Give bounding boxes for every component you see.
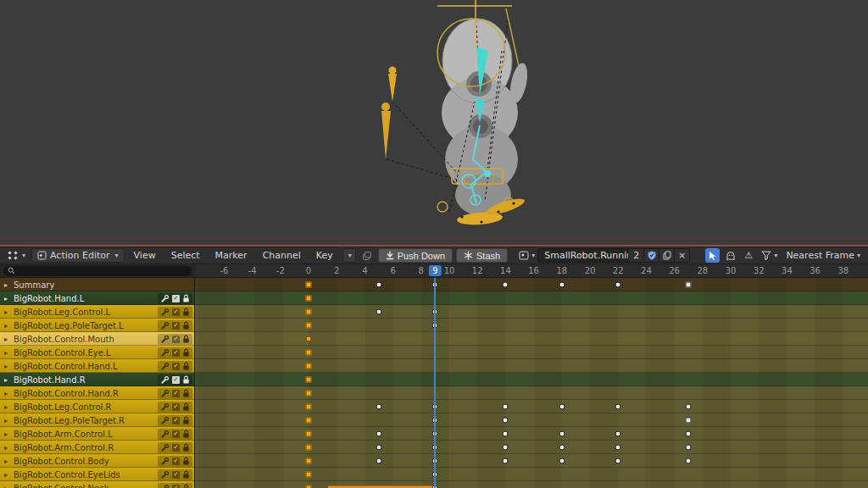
keyframe[interactable] — [559, 282, 565, 288]
unlink-action-button[interactable]: × — [675, 248, 690, 263]
keyframe[interactable] — [376, 445, 382, 451]
keyframe-lane[interactable] — [195, 481, 868, 488]
channel-row[interactable]: ▸BigRobot.Control.Eye.L✓ — [0, 346, 194, 359]
wrench-icon[interactable] — [160, 470, 170, 480]
wrench-icon[interactable] — [160, 416, 170, 425]
keyframe-lane[interactable] — [195, 359, 868, 373]
channel-row[interactable]: ▸BigRobot.Control.Neck✓ — [0, 481, 194, 488]
keyframe-lane[interactable] — [195, 346, 868, 359]
expand-triangle-icon[interactable]: ▸ — [4, 322, 11, 330]
lock-icon[interactable] — [182, 443, 190, 452]
browse-action-button[interactable]: ▾ — [516, 248, 537, 263]
keyframe-lane[interactable] — [195, 305, 868, 319]
checkbox-icon[interactable]: ✓ — [172, 390, 180, 397]
action-name-field[interactable]: SmallRobot.Runnin.. — [537, 248, 629, 263]
keyframe[interactable] — [306, 336, 312, 342]
keyframe[interactable] — [376, 431, 382, 437]
checkbox-icon[interactable]: ✓ — [172, 349, 180, 357]
keyframe-hold-bar[interactable] — [327, 485, 434, 488]
keyframe[interactable] — [376, 458, 382, 464]
duplicate-action-button[interactable] — [659, 248, 675, 263]
keyframe-lane[interactable] — [195, 400, 868, 413]
keyframe[interactable] — [559, 431, 565, 437]
wrench-icon[interactable] — [160, 308, 170, 317]
checkbox-icon[interactable]: ✓ — [172, 444, 180, 452]
menu-marker[interactable]: Marker — [209, 250, 253, 261]
keyframe[interactable] — [503, 431, 509, 437]
keyframe-lane[interactable] — [195, 332, 868, 346]
lock-icon[interactable] — [182, 484, 190, 488]
keyframe-lane[interactable] — [195, 454, 868, 468]
keyframe[interactable] — [306, 377, 312, 383]
channel-row[interactable]: ▸BigRobot.Leg.PoleTarget.L✓ — [0, 319, 194, 332]
checkbox-icon[interactable]: ✓ — [172, 363, 180, 370]
expand-triangle-icon[interactable]: ▸ — [4, 376, 11, 384]
expand-triangle-icon[interactable]: ▸ — [4, 281, 11, 289]
keyframe[interactable] — [306, 404, 312, 410]
wrench-icon[interactable] — [160, 389, 170, 398]
keyframe[interactable] — [686, 431, 692, 437]
keyframe[interactable] — [306, 323, 312, 329]
expand-triangle-icon[interactable]: ▸ — [4, 458, 11, 465]
keyframe-lane[interactable] — [195, 278, 868, 291]
wrench-icon[interactable] — [160, 375, 170, 385]
keyframe[interactable] — [503, 282, 509, 288]
keyframe-lane[interactable] — [195, 291, 868, 305]
channel-row[interactable]: ▸BigRobot.Control.Hand.R✓ — [0, 386, 194, 400]
channel-row[interactable]: ▸Summary — [0, 278, 194, 291]
wrench-icon[interactable] — [160, 321, 170, 330]
expand-triangle-icon[interactable]: ▸ — [4, 403, 11, 411]
wrench-icon[interactable] — [160, 443, 170, 452]
new-action-button[interactable] — [359, 248, 375, 263]
checkbox-icon[interactable]: ✓ — [172, 485, 180, 488]
current-frame-badge[interactable]: 9 — [429, 265, 441, 276]
keyframe[interactable] — [559, 445, 565, 451]
channel-row[interactable]: ▸BigRobot.Control.EyeLids✓ — [0, 468, 194, 481]
keyframe[interactable] — [376, 309, 382, 315]
lock-icon[interactable] — [182, 348, 190, 358]
action-users-button[interactable]: 2 — [629, 248, 644, 263]
checkbox-icon[interactable]: ✓ — [172, 403, 180, 411]
wrench-icon[interactable] — [160, 335, 170, 344]
lock-icon[interactable] — [182, 362, 190, 371]
keyframe-lane[interactable] — [195, 373, 868, 386]
keyframe[interactable] — [503, 418, 509, 424]
lock-icon[interactable] — [182, 375, 190, 385]
keyframe[interactable] — [686, 445, 692, 451]
expand-triangle-icon[interactable]: ▸ — [4, 471, 11, 479]
wrench-icon[interactable] — [160, 362, 170, 371]
lock-icon[interactable] — [182, 294, 190, 303]
show-hidden-toggle[interactable] — [723, 248, 738, 263]
3d-viewport[interactable] — [0, 0, 868, 247]
action-options-dropdown[interactable]: ▾ — [342, 248, 356, 263]
keyframe-lane[interactable] — [195, 413, 868, 427]
checkbox-icon[interactable]: ✓ — [172, 322, 180, 330]
channel-row[interactable]: ▸BigRobot.Arm.Control.L✓ — [0, 427, 194, 441]
expand-triangle-icon[interactable]: ▸ — [4, 417, 11, 424]
keyframe[interactable] — [306, 350, 312, 356]
expand-triangle-icon[interactable]: ▸ — [4, 349, 11, 357]
lock-icon[interactable] — [182, 402, 190, 412]
lock-icon[interactable] — [182, 416, 190, 425]
keyframe[interactable] — [306, 391, 312, 396]
expand-triangle-icon[interactable]: ▸ — [4, 430, 11, 438]
menu-channel[interactable]: Channel — [257, 250, 307, 261]
keyframe[interactable] — [686, 282, 692, 288]
channel-row[interactable]: ▸BigRobot.Hand.L✓ — [0, 291, 194, 305]
wrench-icon[interactable] — [160, 348, 170, 358]
channel-row[interactable]: ▸BigRobot.Hand.R✓ — [0, 373, 194, 386]
channel-row[interactable]: ▸BigRobot.Control.Hand.L✓ — [0, 359, 194, 373]
keyframe[interactable] — [615, 458, 621, 464]
keyframe[interactable] — [503, 404, 509, 410]
keyframe[interactable] — [686, 458, 692, 464]
wrench-icon[interactable] — [160, 402, 170, 412]
keyframe[interactable] — [306, 458, 312, 464]
checkbox-icon[interactable]: ✓ — [172, 336, 180, 343]
checkbox-icon[interactable]: ✓ — [172, 417, 180, 424]
keyframe[interactable] — [615, 431, 621, 437]
frame-ruler[interactable]: -6-4-20246810121416182022242628303234363… — [195, 264, 868, 278]
checkbox-icon[interactable]: ✓ — [172, 308, 180, 316]
wrench-icon[interactable] — [160, 457, 170, 466]
lock-icon[interactable] — [182, 308, 190, 317]
keyframe[interactable] — [306, 485, 312, 488]
